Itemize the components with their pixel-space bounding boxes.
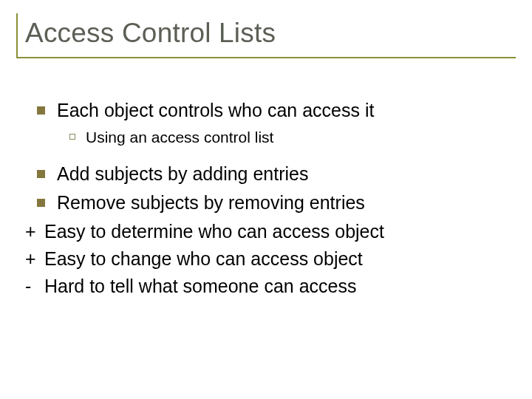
plus-prefix: +: [25, 247, 44, 271]
slide-title: Access Control Lists: [25, 18, 516, 50]
slide-body: Each object controls who can access it U…: [16, 98, 516, 299]
bullet-text: Add subjects by adding entries: [57, 162, 516, 186]
hollow-square-bullet-icon: [69, 134, 75, 140]
con-item: - Hard to tell what someone can access: [25, 274, 516, 299]
pro-text: Easy to determine who can access object: [44, 219, 516, 244]
con-text: Hard to tell what someone can access: [44, 274, 516, 299]
slide: Access Control Lists Each object control…: [0, 0, 532, 399]
square-bullet-icon: [37, 106, 45, 115]
pro-text: Easy to change who can access object: [44, 247, 516, 271]
square-bullet-icon: [37, 170, 45, 178]
minus-prefix: -: [25, 274, 44, 299]
bullet-text: Remove subjects by removing entries: [57, 191, 516, 215]
plus-prefix: +: [25, 219, 44, 244]
pro-item: + Easy to determine who can access objec…: [25, 219, 516, 244]
pro-item: + Easy to change who can access object: [25, 247, 516, 271]
bullet-item: Each object controls who can access it: [25, 98, 516, 123]
sub-bullet-item: Using an access control list: [25, 127, 516, 148]
bullet-item: Remove subjects by removing entries: [25, 191, 516, 215]
square-bullet-icon: [37, 199, 45, 207]
sub-bullet-text: Using an access control list: [86, 127, 516, 148]
bullet-text: Each object controls who can access it: [57, 98, 516, 123]
title-rule: Access Control Lists: [16, 13, 516, 58]
bullet-item: Add subjects by adding entries: [25, 162, 516, 186]
